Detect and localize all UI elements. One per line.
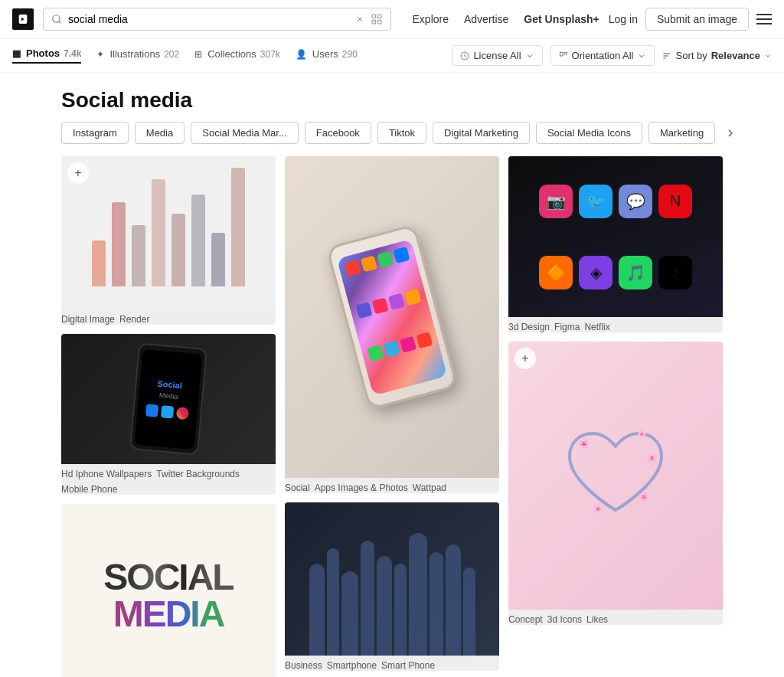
- photo-tag[interactable]: 3d Icons: [547, 614, 582, 625]
- discord-icon: 💬: [619, 185, 652, 218]
- photo-tag[interactable]: Apps Images & Photos: [315, 482, 408, 493]
- tag-tiktok[interactable]: Tiktok: [377, 122, 426, 144]
- social-phone-image: Social Media: [61, 334, 276, 464]
- photo-card-3d-icons[interactable]: 📷 🐦 💬 N 🔶 ◈ 🎵 ♪ 3d Design Figma Netflix: [508, 156, 723, 332]
- social-text: SOCIAL MEDIA: [103, 559, 233, 633]
- search-bar: [43, 8, 391, 31]
- grid-col-3: 📷 🐦 💬 N 🔶 ◈ 🎵 ♪ 3d Design Figma Netflix …: [508, 156, 723, 677]
- crowd-image: [285, 502, 499, 656]
- photo-tag[interactable]: Hd Iphone Wallpapers: [61, 469, 152, 479]
- photo-tag[interactable]: Figma: [554, 322, 580, 332]
- visual-search-icon[interactable]: [371, 13, 383, 25]
- svg-rect-10: [564, 52, 567, 54]
- photo-tag[interactable]: Digital Image: [61, 314, 115, 325]
- photo-tag[interactable]: Business: [285, 660, 322, 671]
- tag-facebook[interactable]: Facebook: [305, 122, 371, 144]
- photo-tag[interactable]: Social: [285, 482, 310, 493]
- orientation-filter[interactable]: Orientation All: [550, 45, 655, 66]
- twitter-icon: 🐦: [579, 185, 612, 218]
- photo-tag[interactable]: 3d Design: [508, 322, 550, 332]
- tab-collections[interactable]: ⊞ Collections 307k: [194, 48, 280, 63]
- photo-tag[interactable]: Wattpad: [413, 482, 446, 493]
- photo-card-social-phone[interactable]: Social Media Hd Iphone Wallpapers Twitte…: [61, 334, 276, 495]
- nav-get-unsplash-plus[interactable]: Get Unsplash+: [524, 13, 599, 25]
- logo[interactable]: [12, 8, 34, 30]
- photo-tag[interactable]: Likes: [586, 614, 608, 625]
- photo-tags-crowd: Business Smartphone Smart Phone: [285, 660, 499, 671]
- hamburger-menu-icon[interactable]: [756, 14, 772, 25]
- svg-point-0: [53, 15, 60, 22]
- tag-digital-marketing[interactable]: Digital Marketing: [433, 122, 530, 144]
- photo-card-heart[interactable]: + 🌸 🌸: [508, 342, 723, 625]
- svg-rect-5: [377, 15, 381, 18]
- orientation-icon: [559, 51, 568, 61]
- tag-social-media-icons[interactable]: Social Media Icons: [536, 122, 642, 144]
- phone-image: [285, 156, 499, 478]
- social-text-image: SOCIAL MEDIA: [61, 504, 276, 677]
- photo-tag[interactable]: Render: [119, 314, 149, 325]
- tab-illustrations[interactable]: ✦ Illustrations 202: [96, 48, 179, 63]
- submit-button[interactable]: Submit an image: [645, 8, 749, 31]
- bars-image: [61, 156, 276, 309]
- photo-tags-phone: Social Apps Images & Photos Wattpad: [285, 482, 499, 493]
- photo-card-phone[interactable]: Social Apps Images & Photos Wattpad: [285, 156, 499, 493]
- photo-tag[interactable]: Smart Phone: [381, 660, 435, 671]
- photo-tag[interactable]: Concept: [508, 614, 543, 625]
- netflix-icon: N: [658, 185, 692, 218]
- sort-button[interactable]: Sort by Relevance: [662, 50, 772, 61]
- add-to-collection-icon[interactable]: +: [67, 162, 89, 184]
- page-title-section: Social media: [0, 73, 784, 122]
- photo-card-social-text[interactable]: SOCIAL MEDIA Marketing Digital Marketing…: [61, 504, 276, 677]
- svg-rect-9: [560, 52, 563, 56]
- crowd-silhouette: [309, 533, 475, 656]
- spotify-icon: 🎵: [619, 256, 652, 289]
- brand-icon: 🔶: [539, 256, 573, 289]
- search-icon: [51, 14, 62, 25]
- grid-col-1: + Digital Image Render Social: [61, 156, 276, 677]
- page-title: Social media: [61, 88, 723, 113]
- users-icon: 👤: [296, 49, 307, 60]
- login-button[interactable]: Log in: [609, 13, 638, 25]
- photo-tags-social-phone: Hd Iphone Wallpapers Twitter Backgrounds…: [61, 469, 276, 495]
- svg-rect-4: [372, 15, 376, 18]
- tab-users[interactable]: 👤 Users 290: [296, 48, 358, 63]
- tags-row: Instagram Media Social Media Mar... Face…: [0, 122, 784, 156]
- svg-line-1: [59, 21, 61, 24]
- tag-media[interactable]: Media: [135, 122, 185, 144]
- heart-image: 🌸 🌸 🌸 🌸 🌸: [508, 342, 723, 610]
- tag-instagram[interactable]: Instagram: [61, 122, 129, 144]
- nav-explore[interactable]: Explore: [413, 13, 449, 25]
- dark-phone-mockup: Social Media: [129, 342, 207, 455]
- tag-marketing[interactable]: Marketing: [648, 122, 715, 144]
- license-icon: [460, 51, 469, 61]
- phone-mockup: [326, 224, 459, 410]
- license-filter[interactable]: License All: [452, 45, 542, 66]
- chevron-down-icon: [525, 51, 534, 61]
- add-to-collection-icon[interactable]: +: [514, 348, 536, 369]
- photos-icon: ▦: [12, 48, 21, 59]
- sub-header: ▦ Photos 7.4k ✦ Illustrations 202 ⊞ Coll…: [0, 39, 784, 73]
- search-input[interactable]: [68, 13, 349, 25]
- svg-rect-6: [372, 20, 376, 24]
- phone-screen: [337, 239, 447, 396]
- photo-card-bars[interactable]: + Digital Image Render: [61, 156, 276, 325]
- tab-photos[interactable]: ▦ Photos 7.4k: [12, 47, 81, 64]
- photo-tag[interactable]: Mobile Phone: [61, 484, 117, 495]
- search-clear-icon[interactable]: [355, 15, 364, 24]
- tags-next-arrow[interactable]: [724, 127, 737, 139]
- photo-tag[interactable]: Twitter Backgrounds: [156, 469, 240, 479]
- photo-tag[interactable]: Smartphone: [327, 660, 377, 671]
- 3d-icons-image: 📷 🐦 💬 N 🔶 ◈ 🎵 ♪: [508, 156, 723, 317]
- nav-advertise[interactable]: Advertise: [464, 13, 508, 25]
- figma-icon: ◈: [579, 256, 612, 289]
- photo-tags-heart: Concept 3d Icons Likes: [508, 614, 723, 625]
- photo-tags-bars: Digital Image Render: [61, 314, 276, 325]
- photo-card-crowd[interactable]: Business Smartphone Smart Phone: [285, 502, 499, 671]
- chevron-down-icon: [637, 51, 646, 61]
- tag-social-media-mar[interactable]: Social Media Mar...: [191, 122, 299, 144]
- nav-links: Explore Advertise Get Unsplash+: [413, 13, 599, 25]
- grid-col-2: Social Apps Images & Photos Wattpad: [285, 156, 499, 677]
- dark-phone-screen: Social Media: [135, 348, 203, 449]
- photo-tag[interactable]: Netflix: [584, 322, 609, 332]
- sort-icon: [662, 51, 671, 61]
